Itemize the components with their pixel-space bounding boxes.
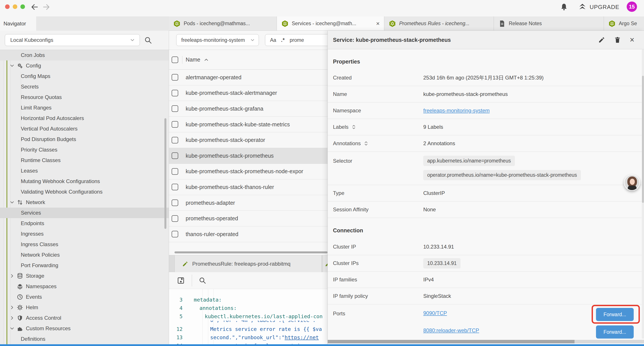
window-minimize-button[interactable]	[13, 4, 17, 9]
table-row[interactable]: kube-prometheus-stack-prometheus	[169, 148, 328, 164]
table-row[interactable]: alertmanager-operated	[169, 70, 328, 85]
sidebar-item[interactable]: Resource Quotas	[0, 92, 169, 102]
expand-collapse-icon[interactable]	[364, 141, 369, 146]
tab[interactable]: Services - icecheng@math... ×	[277, 16, 384, 31]
sidebar-item[interactable]: Network	[0, 197, 169, 208]
row-checkbox[interactable]	[172, 90, 178, 96]
tree-chevron-icon[interactable]	[9, 326, 15, 331]
sidebar-item[interactable]: Ingresses	[0, 229, 169, 239]
sidebar-item[interactable]: Custom Resources	[0, 323, 169, 334]
bell-icon[interactable]	[560, 3, 568, 11]
table-row[interactable]: kube-prometheus-stack-prometheus-node-ex…	[169, 164, 328, 180]
avatar[interactable]	[624, 175, 640, 191]
table-row[interactable]: kube-prometheus-stack-kube-state-metrics	[169, 117, 328, 132]
table-horizontal-scrollbar[interactable]	[174, 251, 328, 253]
row-checkbox[interactable]	[172, 74, 178, 81]
upgrade-button[interactable]: UPGRADE	[590, 4, 620, 10]
editor-tab[interactable]: PrometheusRule: freeleaps-prod-rabbitmq	[174, 255, 322, 272]
row-checkbox[interactable]	[172, 231, 178, 237]
sidebar-item[interactable]: Events	[0, 292, 169, 302]
back-arrow-icon[interactable]	[30, 3, 39, 11]
sidebar-item[interactable]: Definitions	[0, 334, 169, 344]
table-row[interactable]: kube-prometheus-stack-grafana	[169, 101, 328, 117]
editor-search-icon[interactable]	[199, 277, 206, 284]
select-all-checkbox[interactable]	[172, 56, 178, 63]
sidebar-item[interactable]: Cron Jobs	[0, 50, 169, 60]
detail-scrollbar-thumb[interactable]	[642, 76, 644, 203]
tree-chevron-icon[interactable]	[9, 200, 15, 205]
sidebar-item[interactable]: Vertical Pod Autoscalers	[0, 123, 169, 134]
row-checkbox[interactable]	[172, 168, 178, 175]
sidebar-item[interactable]: Config	[0, 60, 169, 71]
detail-horizontal-scrollbar[interactable]	[328, 340, 644, 343]
sidebar-item[interactable]: Priority Classes	[0, 145, 169, 155]
sidebar-scrollbar[interactable]	[164, 118, 166, 229]
services-search-input[interactable]: Aa .* prome	[265, 34, 328, 46]
sidebar-item[interactable]: Ingress Classes	[0, 239, 169, 250]
table-row[interactable]: kube-prometheus-stack-alertmanager	[169, 85, 328, 101]
window-close-button[interactable]	[5, 4, 10, 9]
table-row[interactable]: prometheus-adapter	[169, 195, 328, 211]
save-icon[interactable]	[177, 277, 185, 285]
regex-toggle[interactable]: .*	[281, 37, 285, 43]
sidebar-item[interactable]: Mutating Webhook Configurations	[0, 176, 169, 187]
sidebar-item[interactable]: Config Maps	[0, 71, 169, 81]
row-checkbox[interactable]	[172, 121, 178, 128]
tree-chevron-icon[interactable]	[9, 63, 15, 68]
expand-collapse-icon[interactable]	[351, 124, 356, 130]
sidebar-item[interactable]: Limit Ranges	[0, 102, 169, 113]
table-row[interactable]: thanos-ruler-operated	[169, 226, 328, 242]
sidebar-item[interactable]: Validating Webhook Configurations	[0, 187, 169, 197]
sidebar-item[interactable]: Horizontal Pod Autoscalers	[0, 113, 169, 123]
tab-close-icon[interactable]: ×	[376, 20, 380, 27]
upgrade-icon[interactable]	[578, 2, 587, 11]
sidebar-item[interactable]: Pod Disruption Budgets	[0, 134, 169, 145]
yaml-editor[interactable]: 3 metadata: 4 annotations: 5 kubectl.kub…	[169, 289, 328, 344]
name-column-header[interactable]: Name	[186, 56, 200, 63]
tab[interactable]: Prometheus Rules - icecheng...	[384, 16, 494, 31]
match-case-toggle[interactable]: Aa	[270, 37, 276, 43]
row-checkbox[interactable]	[172, 184, 178, 190]
sidebar-item[interactable]: Helm	[0, 302, 169, 313]
sort-ascending-icon[interactable]	[204, 57, 209, 63]
sidebar-item[interactable]: Leases	[0, 166, 169, 176]
row-checkbox[interactable]	[172, 105, 178, 112]
navigator-panel-tab[interactable]: Navigator	[0, 16, 36, 31]
tab[interactable]: Argo Se	[604, 16, 644, 31]
tree-chevron-icon[interactable]	[9, 315, 15, 321]
sidebar-item[interactable]: Endpoints	[0, 218, 169, 229]
sidebar-item[interactable]: Storage	[0, 271, 169, 281]
table-row[interactable]: prometheus-operated	[169, 211, 328, 226]
editor-tab-partial[interactable]	[323, 255, 328, 272]
tab[interactable]: Pods - icecheng@mathmas...	[169, 16, 277, 31]
notification-badge[interactable]: 15	[627, 1, 637, 12]
edit-pencil-icon[interactable]	[598, 36, 605, 43]
forward-button[interactable]: Forward...	[596, 326, 634, 339]
detail-horizontal-scrollbar-thumb[interactable]	[328, 340, 574, 343]
sidebar-item[interactable]: Access Control	[0, 313, 169, 323]
port-link[interactable]: 9090/TCP	[423, 310, 447, 316]
port-link[interactable]: 8080:reloader-web/TCP	[423, 327, 479, 334]
trash-icon[interactable]	[614, 36, 621, 43]
row-checkbox[interactable]	[172, 200, 178, 206]
table-row[interactable]: kube-prometheus-stack-operator	[169, 132, 328, 148]
sidebar-item[interactable]: Port Forwarding	[0, 260, 169, 271]
tree-chevron-icon[interactable]	[9, 305, 15, 310]
sidebar-item[interactable]: Namespaces	[0, 281, 169, 292]
kubeconfig-selector[interactable]: Local Kubeconfigs	[5, 34, 140, 46]
row-checkbox[interactable]	[172, 215, 178, 222]
detail-scrollbar-track[interactable]	[642, 49, 644, 339]
close-icon[interactable]: ×	[630, 36, 634, 44]
row-checkbox[interactable]	[172, 137, 178, 143]
sidebar-item[interactable]: Network Policies	[0, 250, 169, 260]
sidebar-item[interactable]: Services	[0, 208, 169, 218]
table-row[interactable]: kube-prometheus-stack-thanos-ruler	[169, 179, 328, 195]
sidebar-item[interactable]: Secrets	[0, 81, 169, 92]
forward-arrow-icon[interactable]	[42, 3, 50, 11]
tree-chevron-icon[interactable]	[9, 273, 15, 279]
tab[interactable]: Release Notes	[494, 16, 604, 31]
sidebar-search-icon[interactable]	[144, 36, 152, 44]
row-checkbox[interactable]	[172, 152, 178, 159]
window-zoom-button[interactable]	[20, 4, 25, 9]
namespace-link[interactable]: freeleaps-monitoring-system	[423, 107, 490, 114]
